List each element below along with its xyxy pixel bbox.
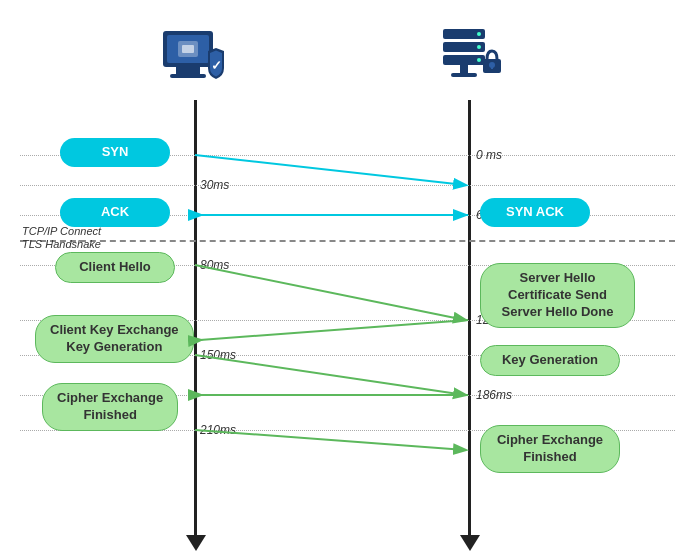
svg-rect-17 — [491, 65, 493, 69]
svg-line-18 — [195, 155, 465, 185]
svg-point-11 — [477, 45, 481, 49]
client-key-exchange-box: Client Key ExchangeKey Generation — [35, 315, 194, 363]
svg-text:✓: ✓ — [210, 58, 221, 73]
tls-handshake-label: TLS Handshake — [22, 238, 101, 250]
tcp-tls-separator — [20, 240, 675, 242]
time-210ms: 210ms — [200, 423, 236, 437]
syn-box: SYN — [60, 138, 170, 167]
ack-box: ACK — [60, 198, 170, 227]
svg-point-10 — [477, 32, 481, 36]
server-arrow-down — [460, 535, 480, 551]
svg-rect-5 — [182, 45, 194, 53]
client-cipher-exchange-box: Cipher ExchangeFinished — [42, 383, 178, 431]
svg-rect-2 — [170, 74, 206, 78]
svg-point-12 — [477, 58, 481, 62]
syn-ack-box: SYN ACK — [480, 198, 590, 227]
server-key-generation-box: Key Generation — [480, 345, 620, 376]
server-icon — [430, 18, 510, 98]
diagram: ✓ — [0, 0, 695, 552]
client-hello-box: Client Hello — [55, 252, 175, 283]
time-80ms: 80ms — [200, 258, 229, 272]
time-186ms: 186ms — [476, 388, 512, 402]
time-30ms: 30ms — [200, 178, 229, 192]
svg-rect-14 — [451, 73, 477, 77]
time-150ms: 150ms — [200, 348, 236, 362]
server-cipher-exchange-box: Cipher ExchangeFinished — [480, 425, 620, 473]
svg-line-21 — [195, 265, 465, 320]
client-arrow-down — [186, 535, 206, 551]
svg-rect-13 — [460, 65, 468, 73]
svg-line-22 — [200, 320, 468, 340]
svg-rect-1 — [176, 67, 200, 74]
ref-line-30ms — [20, 185, 675, 186]
server-hello-box: Server HelloCertificate SendServer Hello… — [480, 263, 635, 328]
client-icon: ✓ — [155, 18, 235, 98]
time-0ms: 0 ms — [476, 148, 502, 162]
